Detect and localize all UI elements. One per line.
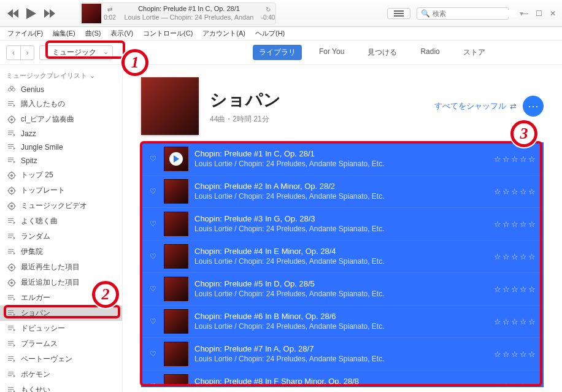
shuffle-all-button[interactable]: すべてをシャッフル ⇄: [434, 101, 517, 112]
search-input[interactable]: [433, 10, 517, 17]
love-button[interactable]: ♡: [148, 252, 158, 261]
track-title: Chopin: Prelude #6 In B Minor, Op. 28/6: [194, 312, 488, 322]
sidebar-item[interactable]: ミュージックビデオ: [0, 198, 122, 213]
love-button[interactable]: ♡: [148, 350, 158, 358]
content: ショパン 44曲・2時間 21分 すべてをシャッフル ⇄ ⋯ ♡Chopin: …: [123, 65, 562, 392]
tab-browse[interactable]: 見つける: [361, 45, 403, 60]
track-artwork[interactable]: [164, 342, 188, 366]
love-button[interactable]: ♡: [148, 155, 158, 163]
sidebar-item[interactable]: もくせい: [0, 382, 122, 392]
sidebar-item-label: 最近再生した項目: [21, 262, 80, 272]
sidebar-item[interactable]: Genius: [0, 83, 122, 96]
more-button[interactable]: ⋯: [523, 96, 544, 117]
tab-radio[interactable]: Radio: [414, 45, 445, 60]
track-artwork[interactable]: [164, 179, 188, 204]
track-artwork[interactable]: [164, 147, 188, 171]
track-row[interactable]: ♡Chopin: Prelude #6 In B Minor, Op. 28/6…: [142, 306, 543, 338]
sidebar-heading[interactable]: ミュージックプレイリスト ⌄: [0, 69, 122, 83]
track-artist: Louis Lortie / Chopin: 24 Preludes, Anda…: [194, 225, 488, 234]
next-button[interactable]: [42, 6, 58, 21]
repeat-icon[interactable]: ↻: [266, 6, 271, 13]
titlebar: ⇄ 0:02 Chopin: Prelude #1 In C, Op. 28/1…: [0, 0, 562, 27]
minimize-button[interactable]: —: [520, 8, 529, 19]
menu-file[interactable]: ファイル(F): [4, 28, 47, 39]
love-button[interactable]: ♡: [148, 317, 158, 326]
track-row[interactable]: ♡Chopin: Prelude #7 In A, Op. 28/7Louis …: [142, 338, 543, 371]
svg-point-0: [9, 88, 12, 91]
love-button[interactable]: ♡: [148, 220, 158, 228]
sidebar-item[interactable]: 最近再生した項目: [0, 259, 122, 275]
menu-control[interactable]: コントロール(C): [139, 28, 196, 39]
sidebar-item-label: Jungle Smile: [21, 143, 63, 152]
sidebar-item[interactable]: 伊集院: [0, 244, 122, 259]
sidebar-item-label: Jazz: [21, 129, 36, 138]
rating-stars[interactable]: ☆☆☆☆☆: [494, 220, 537, 229]
track-artwork[interactable]: [164, 212, 188, 236]
track-title: Chopin: Prelude #7 In A, Op. 28/7: [194, 344, 488, 355]
rating-stars[interactable]: ☆☆☆☆☆: [494, 252, 537, 261]
menu-song[interactable]: 曲(S): [82, 28, 105, 39]
track-artwork[interactable]: [164, 244, 188, 269]
rating-stars[interactable]: ☆☆☆☆☆: [494, 382, 537, 388]
category-dropdown[interactable]: ♪ ミュージック: [39, 45, 113, 60]
love-button[interactable]: ♡: [148, 382, 158, 387]
nav-back-button[interactable]: ‹: [7, 46, 20, 60]
track-artwork[interactable]: [164, 309, 188, 334]
track-row[interactable]: ♡Chopin: Prelude #2 In A Minor, Op. 28/2…: [142, 175, 543, 208]
rating-stars[interactable]: ☆☆☆☆☆: [494, 285, 537, 294]
track-artwork[interactable]: [164, 374, 188, 387]
sidebar-item-label: Genius: [21, 85, 44, 94]
sidebar-item[interactable]: 購入したもの: [0, 96, 122, 112]
sidebar-item[interactable]: トップレート: [0, 183, 122, 198]
rating-stars[interactable]: ☆☆☆☆☆: [494, 155, 537, 164]
menu-view[interactable]: 表示(V): [107, 28, 137, 39]
sidebar-item[interactable]: Jazz: [0, 127, 122, 140]
menu-edit[interactable]: 編集(E): [49, 28, 79, 39]
tab-library[interactable]: ライブラリ: [253, 45, 302, 60]
love-button[interactable]: ♡: [148, 187, 158, 196]
shuffle-icon[interactable]: ⇄: [107, 6, 112, 13]
previous-button[interactable]: [5, 6, 21, 21]
sidebar-item[interactable]: ドビュッシー: [0, 321, 122, 336]
remaining-time: -0:40: [261, 14, 275, 21]
sidebar-item[interactable]: Jungle Smile: [0, 140, 122, 154]
sidebar-item[interactable]: トップ 25: [0, 167, 122, 183]
sidebar-item[interactable]: ランダム: [0, 229, 122, 244]
love-button[interactable]: ♡: [148, 285, 158, 293]
sidebar-item[interactable]: ブラームス: [0, 336, 122, 352]
nav-forward-button[interactable]: ›: [20, 46, 34, 60]
play-button[interactable]: [23, 6, 39, 21]
rating-stars[interactable]: ☆☆☆☆☆: [494, 317, 537, 326]
sidebar-item-label: もくせい: [21, 385, 50, 392]
search-box[interactable]: 🔍 ▾: [417, 7, 509, 20]
track-row[interactable]: ♡Chopin: Prelude #4 In E Minor, Op. 28/4…: [142, 240, 543, 273]
sidebar-item[interactable]: cl_ピアノ協奏曲: [0, 112, 122, 127]
tab-store[interactable]: ストア: [457, 45, 491, 60]
track-row[interactable]: ♡Chopin: Prelude #8 In F Sharp Minor, Op…: [142, 371, 543, 387]
sidebar-item[interactable]: よく聴く曲: [0, 213, 122, 229]
menu-account[interactable]: アカウント(A): [199, 28, 249, 39]
sidebar-item-label: ミュージックビデオ: [21, 201, 87, 211]
playlist-icon: [7, 386, 16, 393]
annotation-callout-2: 2: [92, 281, 119, 308]
svg-point-1: [12, 88, 15, 91]
sidebar-item[interactable]: ポケモン: [0, 367, 122, 382]
tab-foryou[interactable]: For You: [313, 45, 350, 60]
rating-stars[interactable]: ☆☆☆☆☆: [494, 350, 537, 359]
right-tools: 🔍 ▾ — ☐ ✕: [387, 7, 557, 20]
close-button[interactable]: ✕: [549, 8, 557, 19]
sidebar-item[interactable]: ベートーヴェン: [0, 352, 122, 367]
maximize-button[interactable]: ☐: [534, 8, 544, 19]
track-artwork[interactable]: [164, 277, 188, 301]
rating-stars[interactable]: ☆☆☆☆☆: [494, 187, 537, 196]
track-row[interactable]: ♡Chopin: Prelude #3 In G, Op. 28/3Louis …: [142, 208, 543, 240]
track-row[interactable]: ♡Chopin: Prelude #5 In D, Op. 28/5Louis …: [142, 273, 543, 306]
up-next-button[interactable]: [387, 8, 410, 19]
menu-help[interactable]: ヘルプ(H): [252, 28, 288, 39]
track-row[interactable]: ♡Chopin: Prelude #1 In C, Op. 28/1Louis …: [142, 143, 543, 175]
sidebar-item[interactable]: Spitz: [0, 154, 122, 167]
playlist-artwork: [141, 77, 199, 135]
playlist-title: ショパン: [210, 88, 423, 112]
svg-point-6: [10, 174, 13, 177]
sidebar-item-label: エルガー: [21, 293, 50, 303]
